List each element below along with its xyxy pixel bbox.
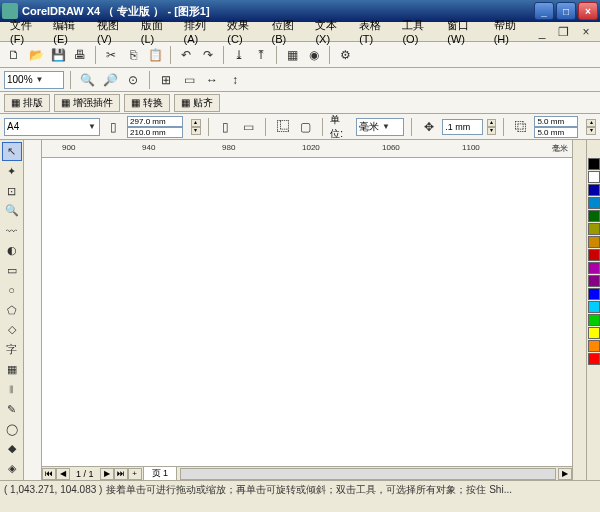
color-swatch[interactable] bbox=[588, 158, 600, 170]
menu-help[interactable]: 帮助(H) bbox=[488, 16, 532, 47]
zoom-all-icon[interactable]: ⊞ bbox=[156, 70, 176, 90]
minimize-button[interactable]: _ bbox=[534, 2, 554, 20]
menu-table[interactable]: 表格(T) bbox=[353, 16, 396, 47]
color-swatch[interactable] bbox=[588, 275, 600, 287]
save-icon[interactable]: 💾 bbox=[48, 45, 68, 65]
color-swatch[interactable] bbox=[588, 288, 600, 300]
pick-tool-icon[interactable]: ↖ bbox=[2, 142, 22, 161]
color-swatch[interactable] bbox=[588, 327, 600, 339]
zoom-tool-icon[interactable]: 🔍 bbox=[2, 201, 22, 220]
smart-fill-icon[interactable]: ◐ bbox=[2, 241, 22, 260]
menu-window[interactable]: 窗口(W) bbox=[441, 16, 487, 47]
module-plugins[interactable]: ▦ 增强插件 bbox=[54, 94, 120, 112]
color-swatch[interactable] bbox=[588, 197, 600, 209]
options-icon[interactable]: ⚙ bbox=[335, 45, 355, 65]
menu-view[interactable]: 视图(V) bbox=[91, 16, 135, 47]
color-swatch[interactable] bbox=[588, 210, 600, 222]
scrollbar-vertical[interactable] bbox=[572, 140, 586, 480]
scrollbar-horizontal[interactable] bbox=[180, 468, 556, 480]
undo-icon[interactable]: ↶ bbox=[176, 45, 196, 65]
doc-minimize-button[interactable]: _ bbox=[532, 22, 552, 42]
color-swatch[interactable] bbox=[588, 184, 600, 196]
export-icon[interactable]: ⤒ bbox=[251, 45, 271, 65]
zoom-combo[interactable]: 100%▼ bbox=[4, 71, 64, 89]
menu-text[interactable]: 文本(X) bbox=[309, 16, 353, 47]
canvas[interactable] bbox=[42, 158, 572, 466]
color-swatch[interactable] bbox=[588, 249, 600, 261]
app-launcher-icon[interactable]: ▦ bbox=[282, 45, 302, 65]
copy-icon[interactable]: ⎘ bbox=[123, 45, 143, 65]
menu-layout[interactable]: 版面(L) bbox=[135, 16, 178, 47]
first-page-button[interactable]: ⏮ bbox=[42, 468, 56, 480]
page-width-field[interactable]: 297.0 mm bbox=[127, 116, 183, 127]
polygon-tool-icon[interactable]: ⬠ bbox=[2, 301, 22, 320]
freehand-tool-icon[interactable]: 〰 bbox=[2, 221, 22, 240]
menu-edit[interactable]: 编辑(E) bbox=[47, 16, 91, 47]
zoom-selection-icon[interactable]: ⊙ bbox=[123, 70, 143, 90]
dup-y-field[interactable]: 5.0 mm bbox=[534, 127, 578, 138]
orientation-portrait-icon[interactable]: ▯ bbox=[104, 117, 123, 137]
zoom-out-icon[interactable]: 🔎 bbox=[100, 70, 120, 90]
module-transform[interactable]: ▦ 转换 bbox=[124, 94, 170, 112]
menu-file[interactable]: 文件(F) bbox=[4, 16, 47, 47]
welcome-icon[interactable]: ◉ bbox=[304, 45, 324, 65]
menu-arrange[interactable]: 排列(A) bbox=[178, 16, 222, 47]
add-page-button[interactable]: + bbox=[128, 468, 142, 480]
color-swatch[interactable] bbox=[588, 171, 600, 183]
color-swatch[interactable] bbox=[588, 236, 600, 248]
paste-icon[interactable]: 📋 bbox=[145, 45, 165, 65]
crop-tool-icon[interactable]: ⊡ bbox=[2, 182, 22, 201]
cut-icon[interactable]: ✂ bbox=[101, 45, 121, 65]
doc-close-button[interactable]: × bbox=[576, 22, 596, 42]
ellipse-tool-icon[interactable]: ○ bbox=[2, 281, 22, 300]
units-combo[interactable]: 毫米▼ bbox=[356, 118, 404, 136]
zoom-height-icon[interactable]: ↕ bbox=[225, 70, 245, 90]
paper-size-combo[interactable]: A4▼ bbox=[4, 118, 100, 136]
menu-effects[interactable]: 效果(C) bbox=[221, 16, 265, 47]
menu-bitmap[interactable]: 位图(B) bbox=[266, 16, 310, 47]
blend-tool-icon[interactable]: ⫴ bbox=[2, 380, 22, 399]
color-swatch[interactable] bbox=[588, 301, 600, 313]
module-layout[interactable]: ▦ 排版 bbox=[4, 94, 50, 112]
current-page-icon[interactable]: ▢ bbox=[296, 117, 315, 137]
next-page-button[interactable]: ▶ bbox=[100, 468, 114, 480]
page-tab[interactable]: 页 1 bbox=[143, 466, 178, 481]
table-tool-icon[interactable]: ▦ bbox=[2, 360, 22, 379]
import-icon[interactable]: ⤓ bbox=[229, 45, 249, 65]
doc-restore-button[interactable]: ❐ bbox=[554, 22, 574, 42]
color-swatch[interactable] bbox=[588, 223, 600, 235]
landscape-icon[interactable]: ▭ bbox=[239, 117, 258, 137]
zoom-width-icon[interactable]: ↔ bbox=[202, 70, 222, 90]
last-page-button[interactable]: ⏭ bbox=[114, 468, 128, 480]
page-height-field[interactable]: 210.0 mm bbox=[127, 127, 183, 138]
zoom-page-icon[interactable]: ▭ bbox=[179, 70, 199, 90]
basic-shapes-icon[interactable]: ◇ bbox=[2, 320, 22, 339]
prev-page-button[interactable]: ◀ bbox=[56, 468, 70, 480]
text-tool-icon[interactable]: 字 bbox=[2, 340, 22, 359]
close-button[interactable]: × bbox=[578, 2, 598, 20]
redo-icon[interactable]: ↷ bbox=[198, 45, 218, 65]
open-icon[interactable]: 📂 bbox=[26, 45, 46, 65]
color-swatch[interactable] bbox=[588, 353, 600, 365]
rectangle-tool-icon[interactable]: ▭ bbox=[2, 261, 22, 280]
portrait-icon[interactable]: ▯ bbox=[216, 117, 235, 137]
menu-tools[interactable]: 工具(O) bbox=[396, 16, 441, 47]
interactive-fill-icon[interactable]: ◈ bbox=[2, 459, 22, 478]
eyedropper-icon[interactable]: ✎ bbox=[2, 400, 22, 419]
scroll-right-button[interactable]: ▶ bbox=[558, 468, 572, 480]
nudge-field[interactable]: .1 mm bbox=[442, 119, 482, 135]
color-swatch[interactable] bbox=[588, 314, 600, 326]
module-snap[interactable]: ▦ 贴齐 bbox=[174, 94, 220, 112]
color-swatch[interactable] bbox=[588, 340, 600, 352]
all-pages-icon[interactable]: ⿺ bbox=[273, 117, 292, 137]
shape-tool-icon[interactable]: ✦ bbox=[2, 162, 22, 181]
fill-tool-icon[interactable]: ◆ bbox=[2, 439, 22, 458]
new-icon[interactable]: 🗋 bbox=[4, 45, 24, 65]
duplicate-icon: ⿻ bbox=[511, 117, 530, 137]
dup-x-field[interactable]: 5.0 mm bbox=[534, 116, 578, 127]
maximize-button[interactable]: □ bbox=[556, 2, 576, 20]
print-icon[interactable]: 🖶 bbox=[70, 45, 90, 65]
outline-tool-icon[interactable]: ◯ bbox=[2, 420, 22, 439]
color-swatch[interactable] bbox=[588, 262, 600, 274]
zoom-in-icon[interactable]: 🔍 bbox=[77, 70, 97, 90]
